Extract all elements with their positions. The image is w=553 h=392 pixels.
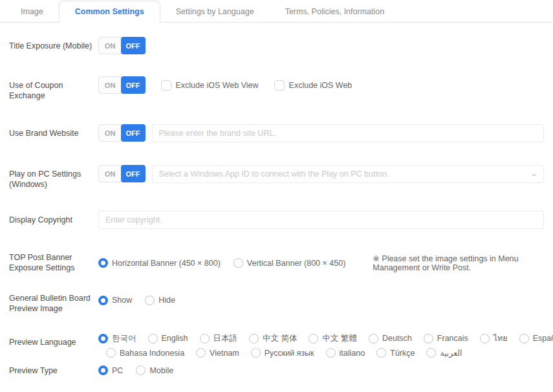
radio-label: 日本語 [213,333,238,344]
select-placeholder: Select a Windows App ID to connect with … [159,169,389,179]
radio-icon[interactable] [309,334,318,343]
radio-icon[interactable] [98,365,108,375]
radio-label: Türkçe [390,349,415,358]
radio-label: Hide [158,296,175,305]
row-brand-website: Use Brand Website ON OFF [9,124,544,142]
row-label: TOP Post Banner Exposure Settings [9,251,98,274]
language-radio-french[interactable]: Francais [424,334,468,343]
row-label: Use Brand Website [9,124,98,138]
brand-site-url-input[interactable] [152,124,545,142]
radio-label: Vertical Banner (800 × 450) [247,259,346,268]
checkbox-icon[interactable] [274,80,285,91]
radio-label: 한국어 [112,333,136,344]
toggle-on-button[interactable]: ON [98,76,122,94]
toggle-on-button[interactable]: ON [98,124,122,142]
hide-radio[interactable]: Hide [145,296,175,305]
row-coupon-exchange: Use of Coupon Exchange ON OFF Exclude iO… [9,76,544,102]
coupon-exchange-toggle: ON OFF [98,76,146,94]
radio-label: ไทย [493,332,508,345]
radio-icon[interactable] [106,348,116,358]
language-radio-russian[interactable]: Русский язык [251,348,314,358]
checkbox-label: Exclude iOS Web View [176,81,259,90]
tab-terms-policies-information[interactable]: Terms, Policies, Information [270,1,400,22]
title-exposure-toggle: ON OFF [98,37,146,54]
language-radio-vietnam[interactable]: Vietnam [196,348,239,358]
radio-label: Francais [437,334,468,343]
language-radio-turkish[interactable]: Türkçe [376,348,415,358]
language-radio-japanese[interactable]: 日本語 [200,333,238,344]
radio-icon[interactable] [148,334,158,343]
language-radio-arabic[interactable]: العربية [426,348,462,358]
tab-bar: Image Common Settings Settings by Langua… [0,0,553,23]
toggle-on-button[interactable]: ON [98,37,122,54]
show-radio[interactable]: Show [98,296,132,305]
preview-type-pc-radio[interactable]: PC [98,365,123,375]
language-radio-chinese-traditional[interactable]: 中文 繁體 [309,333,356,344]
row-top-banner: TOP Post Banner Exposure Settings Horizo… [9,251,544,274]
row-label: General Bulletin Board Preview Image [9,292,98,314]
toggle-off-button[interactable]: OFF [121,37,146,54]
radio-icon[interactable] [426,348,436,358]
horizontal-banner-radio[interactable]: Horizontal Banner (450 × 800) [98,258,221,268]
toggle-off-button[interactable]: OFF [121,124,146,142]
row-label: Preview Language [9,332,98,347]
radio-icon[interactable] [196,348,206,358]
language-radio-english[interactable]: English [148,334,188,343]
brand-website-toggle: ON OFF [98,124,146,142]
radio-label: Horizontal Banner (450 × 800) [112,259,221,268]
radio-label: Vietnam [210,349,239,358]
row-label: Display Copyright [9,211,98,225]
radio-label: PC [112,366,123,375]
radio-icon[interactable] [98,334,108,343]
radio-icon[interactable] [200,334,210,343]
radio-icon[interactable] [145,296,155,305]
radio-label: italiano [340,349,365,358]
radio-icon[interactable] [98,296,108,305]
language-radio-italian[interactable]: italiano [326,348,365,358]
radio-icon[interactable] [369,334,378,343]
preview-type-mobile-radio[interactable]: Mobile [136,365,173,375]
radio-label: 中文 简体 [263,333,297,344]
language-radio-thai[interactable]: ไทย [480,332,508,345]
row-display-copyright: Display Copyright [9,211,544,229]
language-radio-spanish[interactable]: Español [519,334,553,343]
radio-icon[interactable] [98,258,108,268]
radio-label: Русский язык [265,349,314,358]
radio-icon[interactable] [480,334,490,343]
radio-icon[interactable] [136,365,146,375]
toggle-off-button[interactable]: OFF [121,76,146,94]
copyright-input[interactable] [98,211,544,229]
language-radio-bahasa-indonesia[interactable]: Bahasa Indonesia [106,348,184,358]
radio-label: English [162,334,188,343]
tab-common-settings[interactable]: Common Settings [59,1,160,23]
radio-label: Bahasa Indonesia [120,349,184,358]
radio-icon[interactable] [326,348,336,358]
row-preview-language: Preview Language 한국어 English 日本語 中文 简体 [9,332,544,358]
row-title-exposure: Title Exposure (Mobile) ON OFF [9,37,544,54]
banner-settings-note: ※ Please set the image settings in Menu … [373,254,544,272]
language-radio-chinese-simplified[interactable]: 中文 简体 [249,333,297,344]
radio-icon[interactable] [519,334,529,343]
toggle-on-button[interactable]: ON [98,165,122,182]
radio-icon[interactable] [424,334,433,343]
radio-label: Español [533,334,553,343]
vertical-banner-radio[interactable]: Vertical Banner (800 × 450) [233,258,346,268]
radio-icon[interactable] [233,258,243,268]
checkbox-label: Exclude iOS Web [289,81,352,90]
exclude-ios-web-checkbox[interactable]: Exclude iOS Web [274,80,352,91]
row-label: Title Exposure (Mobile) [9,37,98,51]
checkbox-icon[interactable] [161,80,171,91]
tab-image[interactable]: Image [5,1,59,22]
radio-icon[interactable] [249,334,259,343]
language-radio-korean[interactable]: 한국어 [98,333,136,344]
tab-settings-by-language[interactable]: Settings by Language [160,1,270,22]
radio-label: Show [112,296,132,305]
row-bulletin-preview: General Bulletin Board Preview Image Sho… [9,292,544,314]
radio-icon[interactable] [376,348,386,358]
radio-icon[interactable] [251,348,261,358]
exclude-ios-web-view-checkbox[interactable]: Exclude iOS Web View [161,80,259,91]
toggle-off-button[interactable]: OFF [121,165,146,182]
language-radio-german[interactable]: Deutsch [369,334,412,343]
chevron-down-icon: ⌄ [530,169,538,178]
windows-app-id-select[interactable]: Select a Windows App ID to connect with … [152,165,545,183]
